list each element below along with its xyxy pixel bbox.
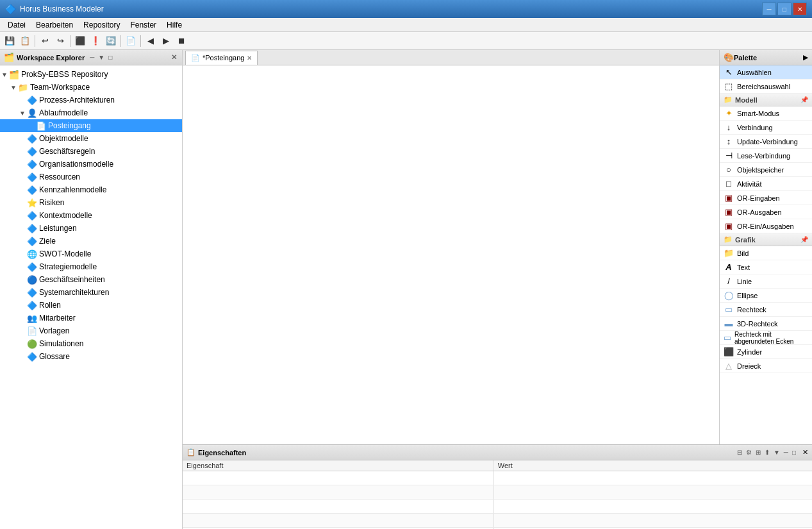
maximize-panel-button[interactable]: □	[107, 53, 113, 62]
tree-item[interactable]: 🟢 Simulationen	[0, 337, 182, 350]
tree-item[interactable]: 🔷 Kennzahlenmodelle	[0, 183, 182, 196]
minimize-panel-button[interactable]: ─	[88, 53, 95, 62]
palette-item-linie[interactable]: / Linie	[720, 274, 812, 289]
tree-item-label: Kontextmodelle	[39, 211, 92, 220]
palette-item-bereichsauswahl[interactable]: ⬚ Bereichsauswahl	[720, 80, 812, 94]
menu-item-datei[interactable]: Datei	[3, 19, 31, 31]
editor-tab-posteingang[interactable]: 📄 *Posteingang ✕	[185, 51, 258, 65]
prop-btn-1[interactable]: ⊟	[736, 448, 743, 457]
palette-section-modell[interactable]: 📁 Modell 📌	[720, 94, 812, 106]
palette-expand-arrow[interactable]: ▶	[803, 54, 808, 61]
toolbar-back[interactable]: ◀	[144, 34, 158, 48]
text-icon: A	[724, 262, 734, 272]
toolbar-undo[interactable]: ↩	[38, 34, 52, 48]
palette-item-text[interactable]: A Text	[720, 260, 812, 274]
tree-item[interactable]: 🔷 Objektmodelle	[0, 132, 182, 145]
palette-item-ellipse[interactable]: ◯ Ellipse	[720, 289, 812, 303]
editor-canvas[interactable]	[183, 65, 719, 444]
tree-item[interactable]: 🔷 Ziele	[0, 235, 182, 248]
tree-item[interactable]: ▼ 🗂️ ProkSy-EBSS Repository	[0, 68, 182, 81]
palette-item-or-ein-ausgaben[interactable]: ▣ OR-Ein/Ausgaben	[720, 219, 812, 233]
section-pin-modell[interactable]: 📌	[800, 96, 808, 103]
tree-item[interactable]: ▼ 📁 Team-Workspace	[0, 81, 182, 94]
tree-expand-icon: ▼	[0, 71, 9, 78]
properties-tab-close[interactable]: ✕	[802, 448, 808, 457]
tree-item[interactable]: 👥 Mitarbeiter	[0, 312, 182, 324]
palette-item-label: OR-Eingaben	[737, 194, 780, 202]
rect-icon: ▭	[724, 305, 734, 314]
tree-item[interactable]: 🔷 Ressourcen	[0, 171, 182, 183]
palette-item-zylinder[interactable]: ⬛ Zylinder	[720, 345, 812, 359]
tree-item[interactable]: 🔷 Kontextmodelle	[0, 209, 182, 222]
tree-item[interactable]: 🔷 Prozess-Architekturen	[0, 94, 182, 106]
menu-item-hilfe[interactable]: Hilfe	[162, 19, 187, 31]
prop-btn-3[interactable]: ⊞	[754, 448, 762, 457]
palette-item-dreieck[interactable]: △ Dreieck	[720, 359, 812, 373]
close-button[interactable]: ✕	[793, 3, 807, 15]
menu-item-repository[interactable]: Repository	[78, 19, 125, 31]
ellipse-icon: ◯	[724, 290, 734, 300]
prop-minimize[interactable]: ─	[783, 448, 790, 457]
palette-item-update-verbindung[interactable]: ↕ Update-Verbindung	[720, 135, 812, 149]
prop-btn-2[interactable]: ⚙	[745, 448, 753, 457]
palette-item-verbindung[interactable]: ↓ Verbindung	[720, 121, 812, 135]
tab-label: *Posteingang	[203, 54, 244, 62]
tree-item[interactable]: 🔷 Geschäftsregeln	[0, 145, 182, 158]
toolbar-fwd[interactable]: ▶	[159, 34, 173, 48]
close-explorer-button[interactable]: ✕	[169, 53, 178, 62]
maximize-button[interactable]: □	[777, 3, 791, 15]
palette-item-or-eingaben[interactable]: ▣ OR-Eingaben	[720, 191, 812, 205]
tree-expand-icon: ▼	[9, 84, 18, 91]
tree-item[interactable]: ▼ 👤 Ablaufmodelle	[0, 106, 182, 119]
prop-btn-dropdown[interactable]: ▼	[772, 448, 781, 457]
tree-item[interactable]: 🔷 Strategiemodelle	[0, 260, 182, 273]
tree-item[interactable]: 🔷 Systemarchitekturen	[0, 286, 182, 299]
tab-close-button[interactable]: ✕	[247, 55, 252, 62]
palette-item-label: Bereichsauswahl	[737, 83, 790, 90]
palette-item-label: Objektspeicher	[737, 166, 784, 174]
dropdown-panel-button[interactable]: ▼	[97, 53, 106, 62]
toolbar-save[interactable]: 💾	[3, 34, 17, 48]
tree-item[interactable]: 🌐 SWOT-Modelle	[0, 248, 182, 260]
col-header-property: Eigenschaft	[183, 460, 493, 471]
palette-item-rechteck[interactable]: ▭ Rechteck	[720, 303, 812, 317]
prop-btn-export[interactable]: ⬆	[763, 448, 771, 457]
palette-item-smart-modus[interactable]: ✦ Smart-Modus	[720, 106, 812, 121]
section-pin-grafik[interactable]: 📌	[800, 236, 808, 243]
palette-item-objektspeicher[interactable]: ○ Objektspeicher	[720, 163, 812, 177]
tree-item[interactable]: 🔷 Organisationsmodelle	[0, 158, 182, 171]
palette-item-aktivitaet[interactable]: □ Aktivität	[720, 177, 812, 191]
tree-item[interactable]: 🔷 Rollen	[0, 299, 182, 312]
toolbar-refresh[interactable]: 🔄	[104, 34, 118, 48]
prop-maximize[interactable]: □	[791, 448, 797, 457]
palette-item-auswaehlen[interactable]: ↖ Auswählen	[720, 65, 812, 80]
toolbar-redo[interactable]: ↪	[53, 34, 67, 48]
prop-cell-extra	[804, 500, 812, 514]
toolbar-copy[interactable]: 📋	[18, 34, 32, 48]
palette-item-bild[interactable]: 📁 Bild	[720, 246, 812, 260]
toolbar-exclaim[interactable]: ❗	[88, 34, 103, 48]
minimize-button[interactable]: ─	[762, 3, 776, 15]
tree-item[interactable]: 🔷 Glossare	[0, 350, 182, 363]
menu-item-bearbeiten[interactable]: Bearbeiten	[31, 19, 78, 31]
tree-expand-icon: ▼	[18, 110, 27, 117]
properties-controls: ⊟ ⚙ ⊞ ⬆ ▼ ─ □	[736, 448, 797, 457]
palette-item-3d-rechteck[interactable]: ▬ 3D-Rechteck	[720, 317, 812, 331]
toolbar-doc[interactable]: 📄	[124, 34, 138, 48]
toolbar-stop[interactable]: ⬛	[73, 34, 87, 48]
workspace-icon: 🗂️	[4, 53, 14, 62]
tree-item[interactable]: ⭐ Risiken	[0, 196, 182, 209]
tree-item[interactable]: 🔷 Leistungen	[0, 222, 182, 235]
tree-item[interactable]: 📄 Posteingang	[0, 119, 182, 132]
editor-canvas-inner	[183, 65, 719, 444]
tree-item[interactable]: 🔵 Geschäftseinheiten	[0, 273, 182, 286]
palette-item-or-ausgaben[interactable]: ▣ OR-Ausgaben	[720, 205, 812, 219]
palette-section-grafik[interactable]: 📁 Grafik 📌	[720, 233, 812, 246]
palette-item-lese-verbindung[interactable]: ⊣ Lese-Verbindung	[720, 149, 812, 163]
tree-item[interactable]: 📄 Vorlagen	[0, 324, 182, 337]
tree-item-label: Ziele	[39, 237, 56, 246]
menu-item-fenster[interactable]: Fenster	[125, 19, 162, 31]
tab-icon: 📄	[191, 54, 200, 62]
palette-item-rounded-rect[interactable]: ▭ Rechteck mit abgerundeten Ecken	[720, 331, 812, 345]
toolbar-square[interactable]: ⏹	[174, 34, 188, 48]
